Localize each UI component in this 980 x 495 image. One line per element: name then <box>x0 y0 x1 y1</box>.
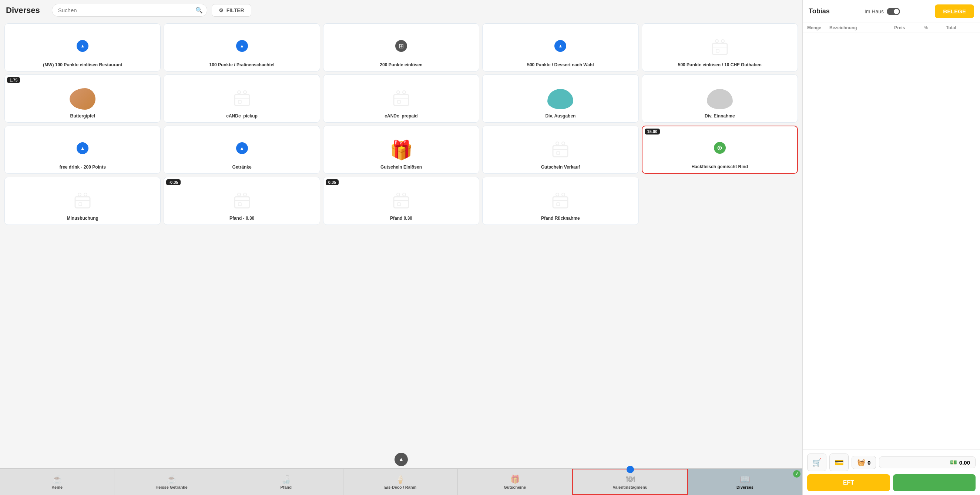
page-title: Diverses <box>6 6 40 15</box>
pay-row: EFT <box>807 474 975 491</box>
tab-item-t7[interactable]: 📖Diverses✓ <box>688 469 802 495</box>
product-card-p7[interactable]: cANDc_pickup <box>164 75 320 123</box>
svg-point-23 <box>84 193 87 196</box>
svg-rect-34 <box>398 203 401 206</box>
col-preis: Preis <box>894 25 924 30</box>
tab-label-t3: Pfand <box>280 485 292 489</box>
product-card-p11[interactable]: free drink - 200 Points <box>5 126 161 174</box>
svg-rect-5 <box>235 94 250 105</box>
svg-point-12 <box>397 91 400 94</box>
tab-item-t6[interactable]: 🍽Valentinstagmenü <box>572 469 687 495</box>
tab-icon-t6: 🍽 <box>626 474 634 484</box>
product-image-p14 <box>547 137 573 163</box>
sidebar-bottom: 🛒 💳 🧺 0 💵 0.00 EFT <box>803 449 980 495</box>
im-haus-toggle[interactable] <box>887 8 900 15</box>
piggy-blue-image <box>547 89 573 109</box>
product-name-p4: 500 Punkte / Dessert nach Wahl <box>527 62 593 68</box>
product-card-p8[interactable]: cANDc_prepaid <box>323 75 479 123</box>
product-image-p2 <box>229 35 255 61</box>
product-name-p12: Getränke <box>232 164 252 171</box>
svg-rect-39 <box>557 203 560 206</box>
product-image-p3 <box>388 35 414 61</box>
svg-rect-19 <box>557 152 560 155</box>
product-name-p10: Div. Einnahme <box>705 113 735 119</box>
card-button[interactable]: 💳 <box>829 453 849 471</box>
product-image-p4 <box>547 35 573 61</box>
main-area: Diverses 🔍 ⚙ FILTER (MW) 100 Punkte einl… <box>0 0 802 495</box>
tab-item-t4[interactable]: 🍦Eis-Deco / Rahm <box>344 469 458 495</box>
blue-arrow-icon <box>236 142 248 154</box>
product-image-p15 <box>707 137 733 163</box>
product-card-p2[interactable]: 100 Punkte / Pralinenschachtel <box>164 23 320 72</box>
tab-icon-t7: 📖 <box>740 474 750 484</box>
search-input[interactable] <box>52 4 207 17</box>
cart-button[interactable]: 🛒 <box>807 453 826 471</box>
grid-icon <box>395 40 407 52</box>
svg-point-13 <box>402 91 406 94</box>
svg-point-37 <box>556 193 559 196</box>
product-image-p19 <box>547 188 573 214</box>
product-card-p17[interactable]: -0.35 Pfand - 0.30 <box>164 177 320 225</box>
product-image-p1 <box>70 35 95 61</box>
sidebar: Tobias Im Haus BELEGE Menge Bezeichnung … <box>802 0 980 495</box>
tab-item-t3[interactable]: 🍶Pfand <box>229 469 344 495</box>
product-card-p15[interactable]: 15.00Hackfleisch gemischt Rind <box>642 126 798 174</box>
product-card-p12[interactable]: Getränke <box>164 126 320 174</box>
product-card-p18[interactable]: 0.35 Pfand 0.30 <box>323 177 479 225</box>
svg-point-3 <box>721 40 724 43</box>
tab-label-t4: Eis-Deco / Rahm <box>385 485 417 489</box>
tab-item-t2[interactable]: ☕Heisse Getränke <box>115 469 229 495</box>
svg-rect-10 <box>394 94 409 105</box>
belege-button[interactable]: BELEGE <box>935 5 974 18</box>
tab-label-t6: Valentinstagmenü <box>612 485 647 489</box>
product-image-p5 <box>707 35 733 61</box>
tab-label-t1: Keine <box>51 485 62 489</box>
product-badge-p15: 15.00 <box>645 129 660 134</box>
tab-icon-t3: 🍶 <box>281 474 291 484</box>
tab-item-t5[interactable]: 🎁Gutscheine <box>458 469 572 495</box>
total-display: 💵 0.00 <box>879 457 975 468</box>
scroll-up-button[interactable]: ▲ <box>395 453 408 466</box>
product-card-p10[interactable]: Div. Einnahme <box>642 75 798 123</box>
product-name-p6: Buttergipfel <box>70 113 95 119</box>
product-card-p3[interactable]: 200 Punkte einlösen <box>323 23 479 72</box>
eft-button[interactable]: EFT <box>807 474 890 491</box>
tab-label-t7: Diverses <box>737 485 754 489</box>
col-percent: % <box>924 25 946 30</box>
product-name-p11: free drink - 200 Points <box>60 164 106 171</box>
product-name-p1: (MW) 100 Punkte einlösen Restaurant <box>43 62 122 68</box>
scroll-dot-t6 <box>627 466 634 473</box>
col-bezeichnung: Bezeichnung <box>829 25 894 30</box>
svg-rect-15 <box>553 145 568 157</box>
product-card-p16[interactable]: Minusbuchung <box>5 177 161 225</box>
product-name-p13: Gutschein Einlösen <box>380 164 422 171</box>
pay-button[interactable] <box>893 474 976 491</box>
tab-bar: ☕Keine☕Heisse Getränke🍶Pfand🍦Eis-Deco / … <box>0 468 802 495</box>
blue-arrow-icon <box>554 40 566 52</box>
product-name-p18: Pfand 0.30 <box>390 216 412 222</box>
product-card-p4[interactable]: 500 Punkte / Dessert nach Wahl <box>482 23 638 72</box>
product-card-p19[interactable]: Pfand Rücknahme <box>482 177 638 225</box>
product-name-p5: 500 Punkte einlösen / 10 CHF Guthaben <box>678 62 762 68</box>
filter-label: FILTER <box>226 7 244 13</box>
svg-point-22 <box>78 193 81 196</box>
sidebar-header: Tobias Im Haus BELEGE <box>803 0 980 23</box>
product-card-p6[interactable]: 1.75Buttergipfel <box>5 75 161 123</box>
blue-arrow-icon <box>76 142 89 154</box>
blue-arrow-icon <box>76 40 89 52</box>
piggy-white-image <box>707 89 733 109</box>
product-card-p1[interactable]: (MW) 100 Punkte einlösen Restaurant <box>5 23 161 72</box>
product-image-p18 <box>388 188 414 214</box>
product-card-p13[interactable]: 🎁Gutschein Einlösen <box>323 126 479 174</box>
filter-icon: ⚙ <box>219 7 224 13</box>
product-card-p14[interactable]: Gutschein Verkauf <box>482 126 638 174</box>
svg-rect-29 <box>238 203 241 206</box>
tab-item-t1[interactable]: ☕Keine <box>0 469 115 495</box>
product-card-p9[interactable]: Div. Ausgaben <box>482 75 638 123</box>
croissant-image <box>70 88 95 110</box>
product-card-p5[interactable]: 500 Punkte einlösen / 10 CHF Guthaben <box>642 23 798 72</box>
svg-rect-20 <box>75 197 90 208</box>
filter-button[interactable]: ⚙ FILTER <box>212 4 251 17</box>
svg-rect-14 <box>398 101 401 103</box>
total-value: 0.00 <box>959 460 970 466</box>
